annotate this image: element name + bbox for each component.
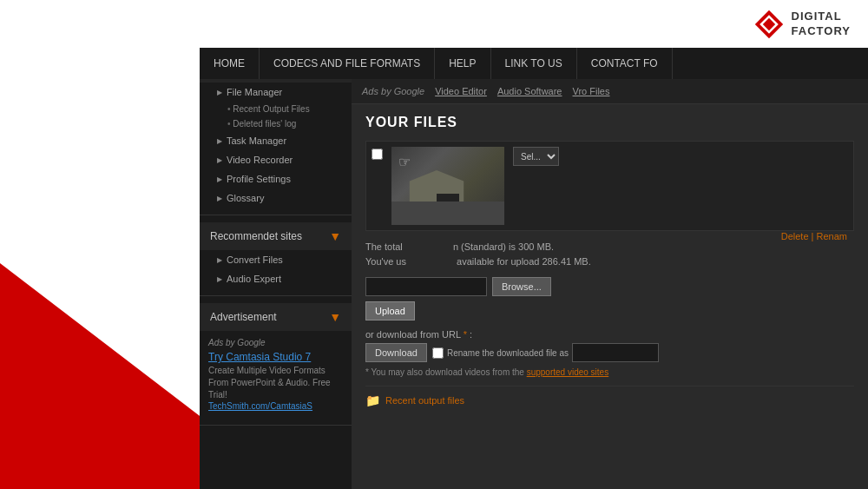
browse-button[interactable]: Browse... xyxy=(492,277,551,296)
sidebar-item-file-manager[interactable]: ▶ File Manager xyxy=(200,83,352,102)
storage-info: The total n (Standard) is 300 MB. You've… xyxy=(365,240,854,268)
sidebar-recommended-label: Recommendet sites xyxy=(210,230,302,242)
ad-by-google-text: Ads by Google xyxy=(362,86,424,96)
logo-icon xyxy=(753,9,785,40)
content-inner: YOUR FILES Delete | Renam ☞ xyxy=(352,104,868,418)
ad-link-audio-software[interactable]: Audio Software xyxy=(497,86,562,96)
nav-home[interactable]: HOME xyxy=(200,48,260,79)
nav-help[interactable]: HELP xyxy=(435,48,490,79)
logo-area: DIGITAL FACTORY xyxy=(753,9,851,40)
rename-check-area: Rename the downloaded file as xyxy=(432,343,659,362)
bullet-icon-4: ▶ xyxy=(217,175,222,183)
sidebar-item-convert-files[interactable]: ▶ Convert Files xyxy=(200,250,352,269)
bullet-icon-3: ▶ xyxy=(217,156,222,164)
nav-link-to-us[interactable]: LINK TO US xyxy=(491,48,577,79)
rename-checkbox[interactable] xyxy=(432,347,444,359)
sidebar-item-task-manager[interactable]: ▶ Task Manager xyxy=(200,131,352,150)
select-row: Sel... xyxy=(513,147,848,166)
file-actions: Delete | Renam xyxy=(781,231,847,241)
supported-sites-link[interactable]: supported video sites xyxy=(527,367,609,377)
download-label: or download from URL * : xyxy=(365,329,854,340)
file-upload-input[interactable] xyxy=(365,277,487,296)
sidebar-item-profile-settings[interactable]: ▶ Profile Settings xyxy=(200,169,352,188)
bullet-icon: ▶ xyxy=(217,89,222,96)
sidebar-item-audio-expert[interactable]: ▶ Audio Expert xyxy=(200,269,352,288)
nav-contact[interactable]: CONTACT FO xyxy=(577,48,673,79)
ad-links-bar: Ads by Google Video Editor Audio Softwar… xyxy=(352,79,868,104)
sidebar-subitem-recent-output[interactable]: Recent Output Files xyxy=(200,102,352,116)
rename-input[interactable] xyxy=(572,343,659,362)
sidebar-advertisement-header[interactable]: Advertisement ▼ xyxy=(200,303,352,331)
file-info: Sel... xyxy=(513,147,848,173)
delete-link[interactable]: Delete xyxy=(781,231,809,241)
folder-icon: 📁 xyxy=(365,393,380,407)
download-row: Download Rename the downloaded file as xyxy=(365,343,854,362)
upload-button[interactable]: Upload xyxy=(365,301,415,320)
ad-link-video-editor[interactable]: Video Editor xyxy=(435,86,487,96)
sidebar-advertisement-label: Advertisement xyxy=(210,311,277,323)
sidebar: Main Menu ▼ ▶ File Manager Recent Output… xyxy=(200,48,352,489)
file-checkbox[interactable] xyxy=(372,149,383,160)
download-note: * You may also download videos from the … xyxy=(365,367,854,377)
file-section: Delete | Renam ☞ Sel... xyxy=(365,141,854,231)
sidebar-recommended-header[interactable]: Recommendet sites ▼ xyxy=(200,222,352,250)
sidebar-subitem-deleted-files[interactable]: Deleted files' log xyxy=(200,116,352,131)
page-title: YOUR FILES xyxy=(365,115,854,130)
content-area: Ads by Google Video Editor Audio Softwar… xyxy=(352,79,868,489)
rename-link[interactable]: Renam xyxy=(817,231,847,241)
file-row: ☞ Sel... xyxy=(365,141,854,231)
sidebar-item-video-recorder[interactable]: ▶ Video Recorder xyxy=(200,150,352,169)
bullet-icon-6: ▶ xyxy=(217,256,222,264)
format-select[interactable]: Sel... xyxy=(513,147,559,166)
thumbnail-image xyxy=(391,147,504,225)
sidebar-recommended-arrow: ▼ xyxy=(329,229,341,243)
ads-by-google-label: Ads by Google xyxy=(208,338,343,347)
ad-url-link[interactable]: TechSmith.com/CamtasiaS xyxy=(208,401,343,411)
action-separator: | xyxy=(812,231,814,241)
bullet-icon-5: ▶ xyxy=(217,195,222,202)
required-marker: * xyxy=(464,329,467,340)
ad-description: Create Multiple Video Formats From Power… xyxy=(208,365,343,401)
recent-output-link[interactable]: Recent output files xyxy=(385,395,464,406)
bullet-icon-2: ▶ xyxy=(217,137,222,145)
sidebar-item-glossary[interactable]: ▶ Glossary xyxy=(200,188,352,208)
nav-codecs[interactable]: CODECS AND FILE FORMATS xyxy=(260,48,435,79)
logo-text: DIGITAL FACTORY xyxy=(792,10,851,39)
output-link-section: 📁 Recent output files xyxy=(365,386,854,407)
file-thumbnail: ☞ xyxy=(391,147,504,225)
rename-label: Rename the downloaded file as xyxy=(447,348,569,358)
upload-section: Browse... Upload xyxy=(365,277,854,320)
ad-link-vro-files[interactable]: Vro Files xyxy=(573,86,610,96)
upload-row: Browse... xyxy=(365,277,854,296)
sidebar-advertisement-arrow: ▼ xyxy=(329,310,341,324)
sidebar-ad-content: Ads by Google Try Camtasia Studio 7 Crea… xyxy=(200,331,352,418)
download-section: or download from URL * : Download Rename… xyxy=(365,329,854,377)
sidebar-advertisement-section: Advertisement ▼ Ads by Google Try Camtas… xyxy=(200,296,352,426)
sidebar-recommended-section: Recommendet sites ▼ ▶ Convert Files ▶ Au… xyxy=(200,215,352,296)
thumb-crowd xyxy=(391,202,504,225)
navbar: HOME CODECS AND FILE FORMATS HELP LINK T… xyxy=(200,48,868,79)
bullet-icon-7: ▶ xyxy=(217,275,222,283)
download-button[interactable]: Download xyxy=(365,343,427,362)
ad-title-link[interactable]: Try Camtasia Studio 7 xyxy=(208,351,343,363)
